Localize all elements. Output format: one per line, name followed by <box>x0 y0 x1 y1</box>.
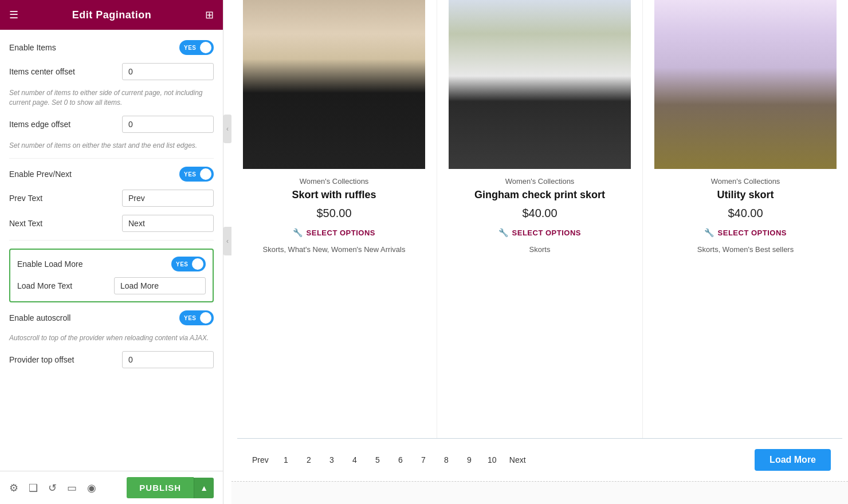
product-card-3: Women's Collections Utility skort $40.00… <box>643 0 848 438</box>
product-1-select-label: SELECT OPTIONS <box>307 229 375 237</box>
products-grid: Women's Collections Skort with ruffles $… <box>231 0 848 438</box>
next-text-label: Next Text <box>9 219 42 228</box>
eye-icon[interactable]: ◉ <box>87 482 96 494</box>
product-1-select-options[interactable]: 🔧 SELECT OPTIONS <box>293 228 375 237</box>
product-2-select-options[interactable]: 🔧 SELECT OPTIONS <box>498 228 581 237</box>
toggle-circle <box>200 42 211 53</box>
items-center-offset-row: Items center offset <box>9 63 214 80</box>
product-1-category: Women's Collections <box>300 177 369 186</box>
page-1-button[interactable]: 1 <box>277 450 295 470</box>
page-2-button[interactable]: 2 <box>300 450 318 470</box>
enable-autoscroll-toggle[interactable]: YES <box>179 310 214 325</box>
next-text-input[interactable] <box>122 215 214 232</box>
toggle-circle-4 <box>200 312 211 324</box>
history-icon[interactable]: ↺ <box>48 482 57 494</box>
page-9-button[interactable]: 9 <box>460 450 478 470</box>
gear-icon[interactable]: ⚙ <box>9 482 18 494</box>
product-2-price: $40.00 <box>522 207 557 220</box>
sidebar-bottom: ⚙ ❑ ↺ ▭ ◉ PUBLISH ▲ <box>0 471 223 504</box>
sidebar-content: Enable Items YES Items center offset Set… <box>0 30 223 471</box>
divider-2 <box>9 240 214 241</box>
grid-icon[interactable]: ⊞ <box>205 9 214 21</box>
wrench-icon-2: 🔧 <box>498 228 509 237</box>
prev-button[interactable]: Prev <box>249 450 272 470</box>
sidebar: ☰ Edit Pagination ⊞ Enable Items YES Ite… <box>0 0 223 504</box>
enable-items-toggle-label: YES <box>184 45 197 51</box>
page-4-button[interactable]: 4 <box>346 450 364 470</box>
items-edge-offset-label: Items edge offset <box>9 120 70 129</box>
product-image-3 <box>654 0 837 169</box>
pagination-bar: Prev 1 2 3 4 5 6 7 8 9 10 Next Load More <box>237 438 842 481</box>
enable-autoscroll-label: Enable autoscroll <box>9 313 70 322</box>
items-center-offset-input[interactable] <box>122 63 214 80</box>
page-6-button[interactable]: 6 <box>391 450 410 470</box>
enable-load-more-label: Enable Load More <box>17 259 83 269</box>
page-5-button[interactable]: 5 <box>368 450 387 470</box>
main-content: ‹ Women's Collections Skort with ruffles… <box>223 0 848 504</box>
bottom-dashed-area <box>231 481 848 504</box>
page-8-button[interactable]: 8 <box>437 450 456 470</box>
enable-prev-next-row: Enable Prev/Next YES <box>9 167 214 182</box>
product-1-name: Skort with ruffles <box>292 189 376 201</box>
product-3-select-label: SELECT OPTIONS <box>718 229 787 237</box>
autoscroll-hint: Autoscroll to top of the provider when r… <box>9 333 214 343</box>
enable-load-more-toggle[interactable]: YES <box>171 257 206 271</box>
product-2-category: Women's Collections <box>505 177 575 186</box>
next-text-row: Next Text <box>9 215 214 232</box>
enable-autoscroll-row: Enable autoscroll YES <box>9 310 214 325</box>
product-2-tags: Skorts <box>529 245 551 254</box>
product-3-price: $40.00 <box>728 207 763 220</box>
publish-button[interactable]: PUBLISH <box>127 477 194 498</box>
enable-load-more-toggle-label: YES <box>176 261 189 267</box>
publish-group: PUBLISH ▲ <box>127 477 214 498</box>
enable-autoscroll-toggle-label: YES <box>184 315 197 321</box>
collapse-tab[interactable]: ‹ <box>223 115 231 143</box>
product-card-1: Women's Collections Skort with ruffles $… <box>231 0 437 438</box>
prev-text-row: Prev Text <box>9 190 214 207</box>
page-3-button[interactable]: 3 <box>323 450 341 470</box>
provider-top-offset-label: Provider top offset <box>9 355 74 364</box>
product-3-select-options[interactable]: 🔧 SELECT OPTIONS <box>704 228 787 237</box>
provider-top-offset-input[interactable] <box>122 351 214 368</box>
product-image-2 <box>449 0 631 169</box>
items-center-offset-label: Items center offset <box>9 67 75 76</box>
hamburger-icon[interactable]: ☰ <box>9 9 18 21</box>
enable-items-toggle[interactable]: YES <box>179 40 214 55</box>
product-3-tags: Skorts, Women's Best sellers <box>697 245 794 254</box>
enable-prev-next-toggle-label: YES <box>184 171 197 178</box>
enable-prev-next-toggle[interactable]: YES <box>179 167 214 182</box>
enable-prev-next-label: Enable Prev/Next <box>9 170 72 179</box>
load-more-section: Enable Load More YES Load More Text <box>9 249 214 302</box>
publish-arrow-button[interactable]: ▲ <box>194 478 214 498</box>
product-1-tags: Skorts, What's New, Women's New Arrivals <box>263 245 406 254</box>
load-more-button[interactable]: Load More <box>755 449 831 471</box>
items-edge-offset-input[interactable] <box>122 116 214 133</box>
page-10-button[interactable]: 10 <box>483 450 501 470</box>
load-more-text-row: Load More Text <box>17 277 206 294</box>
next-button[interactable]: Next <box>506 450 529 470</box>
product-3-category: Women's Collections <box>711 177 780 186</box>
toggle-circle-2 <box>200 168 211 180</box>
product-image-1 <box>243 0 425 169</box>
items-edge-offset-row: Items edge offset <box>9 116 214 133</box>
load-more-text-input[interactable] <box>114 277 206 294</box>
prev-text-label: Prev Text <box>9 194 42 203</box>
enable-load-more-row: Enable Load More YES <box>17 257 206 271</box>
wrench-icon-3: 🔧 <box>704 228 714 237</box>
divider-1 <box>9 158 214 159</box>
load-more-text-label: Load More Text <box>17 281 72 290</box>
wrench-icon-1: 🔧 <box>293 228 303 237</box>
toggle-circle-3 <box>192 258 203 270</box>
tablet-icon[interactable]: ▭ <box>67 482 77 494</box>
provider-top-offset-row: Provider top offset <box>9 351 214 368</box>
enable-items-label: Enable Items <box>9 43 56 52</box>
product-1-price: $50.00 <box>316 207 351 220</box>
layers-icon[interactable]: ❑ <box>29 482 38 494</box>
product-2-select-label: SELECT OPTIONS <box>512 229 581 237</box>
page-7-button[interactable]: 7 <box>414 450 433 470</box>
collapse-sidebar-tab[interactable]: ‹ <box>223 227 231 255</box>
enable-items-row: Enable Items YES <box>9 40 214 55</box>
prev-text-input[interactable] <box>122 190 214 207</box>
sidebar-header: ☰ Edit Pagination ⊞ <box>0 0 223 30</box>
items-center-hint: Set number of items to either side of cu… <box>9 88 214 108</box>
